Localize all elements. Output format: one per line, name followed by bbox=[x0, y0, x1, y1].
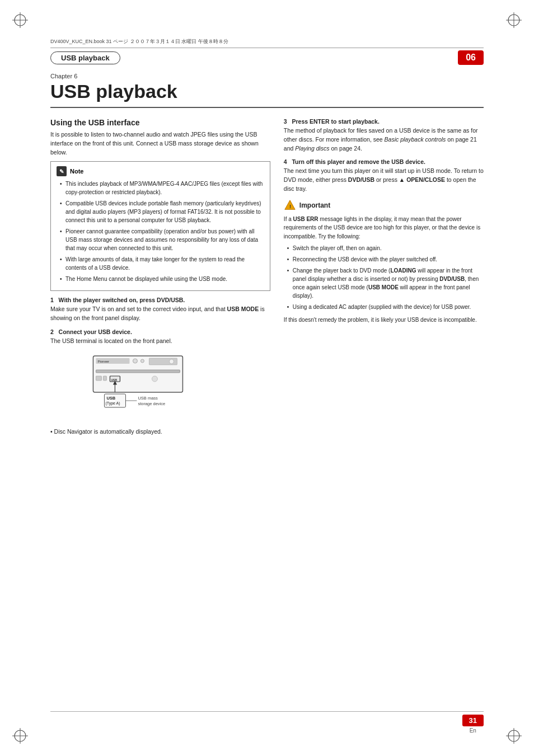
reg-mark-br bbox=[505, 727, 523, 745]
note-item-3: Pioneer cannot guarantee compatibility (… bbox=[60, 227, 264, 252]
page: DV400V_KUC_EN.book 31 ページ ２００７年３月１４日 水曜日… bbox=[0, 0, 534, 756]
svg-rect-19 bbox=[96, 370, 180, 373]
chapter-strip-label: USB playback bbox=[61, 54, 110, 62]
svg-point-18 bbox=[169, 359, 174, 364]
section-title-usb-interface: Using the USB interface bbox=[50, 118, 270, 127]
page-number-badge: 31 bbox=[462, 715, 484, 726]
intro-text: It is possible to listen to two-channel … bbox=[50, 130, 270, 157]
reg-mark-tr bbox=[505, 11, 523, 29]
note-item-4: With large amounts of data, it may take … bbox=[60, 255, 264, 272]
two-column-layout: Using the USB interface It is possible t… bbox=[50, 118, 484, 442]
chapter-number-badge: 06 bbox=[458, 50, 484, 65]
important-icon: ! bbox=[284, 199, 296, 212]
svg-point-16 bbox=[140, 359, 144, 363]
step-2: 2 Connect your USB device. The USB termi… bbox=[50, 328, 270, 436]
step-3-title: 3 Press ENTER to start playback. bbox=[284, 118, 484, 125]
important-item-1: Switch the player off, then on again. bbox=[287, 244, 484, 252]
page-num-container: 31 En bbox=[462, 715, 484, 734]
important-item-3: Change the player back to DVD mode (LOAD… bbox=[287, 266, 484, 300]
important-box: ! Important If a USB ERR message lights … bbox=[284, 199, 484, 325]
note-list: This includes playback of MP3/WMA/MPEG-4… bbox=[57, 180, 264, 283]
usb-diagram: Pioneer bbox=[50, 350, 270, 423]
note-box-header: ✎ Note bbox=[57, 166, 264, 176]
important-intro: If a USB ERR message lights in the displ… bbox=[284, 215, 484, 241]
step-2-bullet: • Disc Navigator is automatically displa… bbox=[50, 428, 270, 436]
reg-mark-bl bbox=[11, 727, 29, 745]
chapter-main-title: USB playback bbox=[50, 81, 484, 108]
step-4-body: The next time you turn this player on it… bbox=[284, 167, 484, 193]
step-1-body: Make sure your TV is on and set to the c… bbox=[50, 305, 270, 323]
chapter-strip: USB playback 06 bbox=[50, 50, 484, 65]
note-box: ✎ Note This includes playback of MP3/WMA… bbox=[50, 161, 270, 291]
svg-text:USB: USB bbox=[106, 396, 115, 401]
chapter-strip-title: USB playback bbox=[50, 51, 120, 64]
step-4: 4 Turn off this player and remove the US… bbox=[284, 158, 484, 193]
note-label: Note bbox=[70, 168, 83, 175]
reg-mark-tl bbox=[11, 11, 29, 29]
header-meta: DV400V_KUC_EN.book 31 ページ ２００７年３月１４日 水曜日… bbox=[50, 38, 484, 48]
svg-text:USB: USB bbox=[111, 378, 117, 382]
right-column: 3 Press ENTER to start playback. The met… bbox=[284, 118, 484, 442]
step-1: 1 With the player switched on, press DVD… bbox=[50, 297, 270, 323]
svg-point-24 bbox=[152, 376, 157, 382]
important-item-2: Reconnecting the USB device with the pla… bbox=[287, 255, 484, 264]
svg-text:storage device: storage device bbox=[138, 401, 165, 406]
step-3: 3 Press ENTER to start playback. The met… bbox=[284, 118, 484, 153]
note-item-2: Compatible USB devices include portable … bbox=[60, 199, 264, 224]
svg-text:Pioneer: Pioneer bbox=[97, 360, 109, 363]
content-area: Chapter 6 USB playback Using the USB int… bbox=[50, 73, 484, 711]
svg-text:USB mass: USB mass bbox=[138, 396, 158, 401]
important-header: ! Important bbox=[284, 199, 484, 212]
svg-text:(Type A): (Type A) bbox=[105, 401, 120, 406]
step-4-title: 4 Turn off this player and remove the US… bbox=[284, 158, 484, 165]
step-2-body: The USB terminal is located on the front… bbox=[50, 337, 270, 346]
left-column: Using the USB interface It is possible t… bbox=[50, 118, 270, 442]
note-item-1: This includes playback of MP3/WMA/MPEG-4… bbox=[60, 180, 264, 196]
svg-rect-20 bbox=[96, 376, 101, 381]
note-item-5: The Home Menu cannot be displayed while … bbox=[60, 275, 264, 283]
meta-text: DV400V_KUC_EN.book 31 ページ ２００７年３月１４日 水曜日… bbox=[50, 38, 228, 45]
bottom-bar: 31 En bbox=[50, 711, 484, 734]
page-lang: En bbox=[462, 727, 484, 734]
important-label: Important bbox=[299, 201, 330, 209]
svg-text:!: ! bbox=[289, 203, 291, 209]
svg-point-15 bbox=[133, 359, 137, 363]
chapter-label: Chapter 6 bbox=[50, 73, 484, 79]
important-list: Switch the player off, then on again. Re… bbox=[284, 244, 484, 311]
step-3-body: The method of playback for files saved o… bbox=[284, 126, 484, 153]
note-icon: ✎ bbox=[57, 166, 67, 176]
important-item-4: Using a dedicated AC adapter (supplied w… bbox=[287, 303, 484, 311]
step-1-title: 1 With the player switched on, press DVD… bbox=[50, 297, 270, 303]
important-footer: If this doesn't remedy the problem, it i… bbox=[284, 316, 484, 325]
step-2-title: 2 Connect your USB device. bbox=[50, 328, 270, 335]
svg-rect-21 bbox=[103, 376, 106, 381]
